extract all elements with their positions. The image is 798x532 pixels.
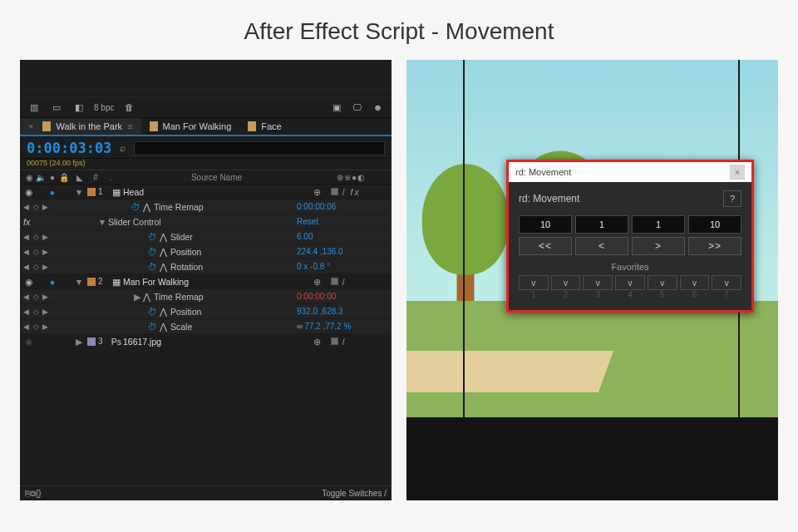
favorite-slot-toggle[interactable]: v <box>615 275 645 290</box>
layer-row[interactable]: ◉●▼1▦Head⊕ / fx <box>20 185 392 200</box>
property-name[interactable]: Slider <box>170 232 297 242</box>
keyframe-nav[interactable]: ◀ ◇ ▶ <box>23 203 58 211</box>
close-icon[interactable]: × <box>730 165 745 180</box>
motion-blur-icon[interactable]: {} <box>36 489 42 498</box>
step-value-2[interactable]: 1 <box>575 215 628 234</box>
property-value[interactable]: ∞77.2 ,77.2 % <box>297 322 388 331</box>
visibility-toggle[interactable]: ◉ <box>23 187 35 197</box>
step-value-4[interactable]: 10 <box>688 215 741 234</box>
stopwatch-icon[interactable]: ⏱ <box>148 247 157 257</box>
dialog-titlebar[interactable]: rd: Movement × <box>509 162 751 182</box>
twirl-arrow-icon[interactable]: ▼ <box>96 217 108 227</box>
graph-icon[interactable]: ⋀ <box>160 232 167 242</box>
keyframe-nav[interactable]: ◀ ◇ ▶ <box>23 293 58 301</box>
property-row[interactable]: ◀ ◇ ▶⏱⋀Time Remap0:00:00:06 <box>20 200 392 214</box>
tab-menu-icon[interactable]: ≡ <box>127 121 132 131</box>
color-label[interactable] <box>85 188 98 196</box>
graph-icon[interactable]: ⋀ <box>160 262 167 272</box>
search-icon[interactable]: ⌕ <box>120 142 126 154</box>
step-forward-button[interactable]: > <box>632 237 685 255</box>
color-label[interactable] <box>85 278 98 286</box>
fast-forward-button[interactable]: >> <box>688 237 741 255</box>
property-name[interactable]: Time Remap <box>154 292 297 302</box>
twirl-arrow-icon[interactable]: ▶ <box>131 292 143 302</box>
twirl-arrow-icon[interactable]: ▼ <box>73 277 85 287</box>
render-queue-icon[interactable]: ▣ <box>329 101 343 115</box>
tab-face[interactable]: Face <box>239 118 289 135</box>
property-name[interactable]: Time Remap <box>154 202 297 212</box>
property-row[interactable]: ◀ ◇ ▶⏱⋀Slider6.00 <box>20 229 392 244</box>
twirl-arrow-icon[interactable]: ▶ <box>73 337 85 347</box>
step-value-3[interactable]: 1 <box>632 215 685 234</box>
property-value[interactable]: 0 x -0.8 ° <box>297 262 388 271</box>
stopwatch-icon[interactable]: ⏱ <box>148 322 157 332</box>
color-label[interactable] <box>85 337 98 346</box>
favorite-slot-toggle[interactable]: v <box>648 275 677 290</box>
current-time[interactable]: 0:00:03:03 <box>27 140 111 156</box>
layer-row[interactable]: ◉●▼2▦Man For Walking⊕ / <box>20 274 392 289</box>
property-row[interactable]: fx▼Slider ControlReset <box>20 214 392 229</box>
property-row[interactable]: ◀ ◇ ▶⏱⋀Scale∞77.2 ,77.2 % <box>20 319 392 334</box>
property-value[interactable]: 0:00:00:00 <box>297 292 388 301</box>
trash-icon[interactable]: 🗑 <box>122 101 136 115</box>
layer-name[interactable]: 16617.jpg <box>123 337 313 347</box>
step-back-button[interactable]: < <box>575 237 628 255</box>
keyframe-nav[interactable]: ◀ ◇ ▶ <box>23 248 58 256</box>
graph-icon[interactable]: ⋀ <box>160 322 167 332</box>
property-value[interactable]: 6.00 <box>297 232 388 241</box>
keyframe-nav[interactable]: ◀ ◇ ▶ <box>23 233 58 241</box>
property-value[interactable]: 0:00:00:06 <box>297 202 388 211</box>
layer-switches[interactable]: ⊕ / fx <box>313 187 388 197</box>
rewind-button[interactable]: << <box>519 237 572 255</box>
favorite-slot-toggle[interactable]: v <box>519 275 549 290</box>
close-tab-icon[interactable]: × <box>28 121 33 131</box>
keyframe-nav[interactable]: ◀ ◇ ▶ <box>23 323 58 331</box>
layer-row[interactable]: ◉▶3Ps16617.jpg⊕ / <box>20 334 392 349</box>
layer-search-input[interactable] <box>134 141 385 155</box>
layer-name[interactable]: Head <box>123 187 313 197</box>
property-value[interactable]: 224.4 ,136.0 <box>297 247 388 256</box>
property-row[interactable]: ◀ ◇ ▶⏱⋀Rotation0 x -0.8 ° <box>20 259 392 274</box>
frame-blend-icon[interactable]: ⧉ <box>30 489 36 499</box>
step-value-1[interactable]: 10 <box>519 215 572 234</box>
twirl-arrow-icon[interactable]: ▼ <box>73 187 85 197</box>
property-name[interactable]: Rotation <box>170 262 297 272</box>
layer-switches[interactable]: ⊕ / <box>313 337 388 347</box>
bpc-label[interactable]: 8 bpc <box>94 103 114 112</box>
layer-switches[interactable]: ⊕ / <box>313 277 388 287</box>
visibility-toggle[interactable]: ◉ <box>23 337 35 347</box>
tab-walk-in-the-park[interactable]: × Walk in the Park ≡ <box>20 118 141 135</box>
favorite-slot-toggle[interactable]: v <box>680 275 710 290</box>
graph-icon[interactable]: ⋀ <box>160 247 167 257</box>
property-name[interactable]: Scale <box>170 322 297 332</box>
property-row[interactable]: ◀ ◇ ▶▶⋀Time Remap0:00:00:00 <box>20 289 392 304</box>
property-name[interactable]: Position <box>170 307 297 317</box>
composition-mini-flowchart-icon[interactable]: ▥ <box>27 101 41 115</box>
favorite-slot-toggle[interactable]: v <box>583 275 613 290</box>
preview-monitor-icon[interactable]: 🖵 <box>350 101 364 115</box>
stopwatch-icon[interactable]: ⏱ <box>148 262 157 272</box>
keyframe-nav[interactable]: ◀ ◇ ▶ <box>23 263 58 271</box>
favorite-slot-toggle[interactable]: v <box>551 275 581 290</box>
property-row[interactable]: ◀ ◇ ▶⏱⋀Position224.4 ,136.0 <box>20 244 392 259</box>
help-button[interactable]: ? <box>723 190 741 207</box>
property-row[interactable]: ◀ ◇ ▶⏱⋀Position932.0 ,628.3 <box>20 304 392 319</box>
graph-icon[interactable]: ⋀ <box>143 202 150 212</box>
property-name[interactable]: Position <box>170 247 297 257</box>
stopwatch-icon[interactable]: ⏱ <box>148 232 157 242</box>
favorite-slot-toggle[interactable]: v <box>712 275 741 290</box>
layer-name[interactable]: Man For Walking <box>123 277 313 287</box>
stopwatch-icon[interactable]: ⏱ <box>148 307 157 317</box>
property-value[interactable]: Reset <box>297 217 388 226</box>
keyframe-nav[interactable]: ◀ ◇ ▶ <box>23 308 58 316</box>
snapshot-icon[interactable]: ☻ <box>371 101 385 115</box>
property-name[interactable]: Slider Control <box>108 217 297 227</box>
visibility-toggle[interactable]: ◉ <box>23 277 35 287</box>
graph-icon[interactable]: ⋀ <box>160 307 167 317</box>
stopwatch-icon[interactable]: ⏱ <box>131 202 140 212</box>
tab-man-for-walking[interactable]: Man For Walking <box>141 118 240 135</box>
graph-icon[interactable]: ⋀ <box>143 292 150 302</box>
property-value[interactable]: 932.0 ,628.3 <box>297 307 388 316</box>
folder-icon[interactable]: ▭ <box>49 101 63 115</box>
adjustment-layer-icon[interactable]: ◧ <box>71 101 86 115</box>
